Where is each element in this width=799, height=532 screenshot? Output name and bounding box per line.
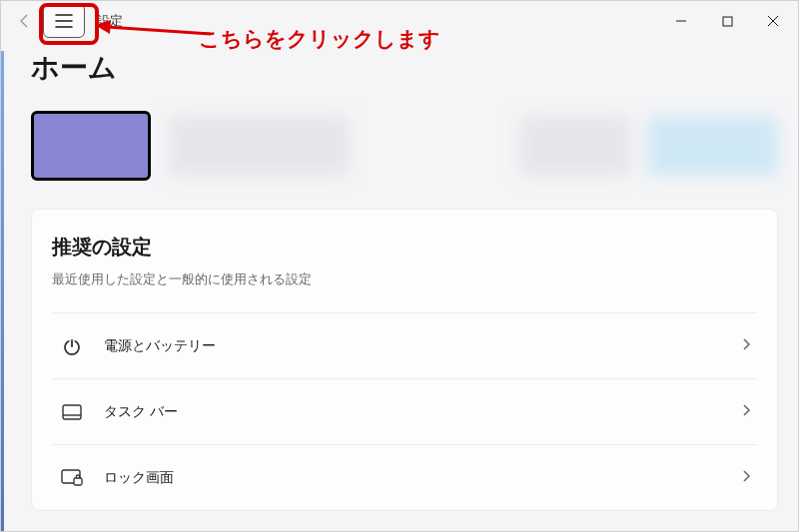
- maximize-icon: [722, 16, 733, 27]
- blurred-account-name: [169, 116, 349, 176]
- window-controls: [658, 5, 798, 37]
- lock-screen-icon: [58, 469, 86, 487]
- close-button[interactable]: [750, 5, 796, 37]
- svg-rect-7: [74, 478, 82, 485]
- chevron-right-icon: [741, 337, 751, 355]
- page-title: ホーム: [31, 49, 117, 87]
- setting-row-taskbar[interactable]: タスク バー: [52, 378, 757, 444]
- annotation-text: こちらをクリックします: [199, 25, 440, 53]
- window-left-edge: [1, 51, 4, 531]
- back-button[interactable]: [13, 9, 37, 33]
- blurred-info-1: [520, 116, 630, 176]
- profile-area: [31, 106, 778, 186]
- desktop-preview-thumbnail[interactable]: [31, 111, 151, 181]
- chevron-right-icon: [741, 469, 751, 487]
- recommended-title: 推奨の設定: [52, 234, 757, 261]
- close-icon: [767, 15, 779, 27]
- setting-row-power[interactable]: 電源とバッテリー: [52, 312, 757, 378]
- setting-row-label: ロック画面: [104, 469, 723, 487]
- hamburger-menu-button[interactable]: [43, 4, 85, 38]
- recommended-settings-card: 推奨の設定 最近使用した設定と一般的に使用される設定 電源とバッテリー タスク …: [31, 209, 778, 511]
- setting-row-label: タスク バー: [104, 403, 723, 421]
- setting-row-label: 電源とバッテリー: [104, 337, 723, 355]
- svg-rect-5: [63, 405, 81, 419]
- minimize-button[interactable]: [658, 5, 704, 37]
- titlebar-title: 設定: [91, 12, 123, 30]
- taskbar-icon: [58, 404, 86, 420]
- maximize-button[interactable]: [704, 5, 750, 37]
- blurred-info-2: [648, 116, 778, 176]
- titlebar-left: 設定: [1, 4, 123, 38]
- recommended-subtitle: 最近使用した設定と一般的に使用される設定: [52, 270, 757, 288]
- setting-row-lock-screen[interactable]: ロック画面: [52, 444, 757, 510]
- hamburger-icon: [55, 14, 73, 28]
- svg-rect-0: [723, 17, 732, 26]
- chevron-right-icon: [741, 403, 751, 421]
- power-icon: [58, 336, 86, 356]
- minimize-icon: [675, 15, 687, 27]
- arrow-left-icon: [17, 13, 33, 29]
